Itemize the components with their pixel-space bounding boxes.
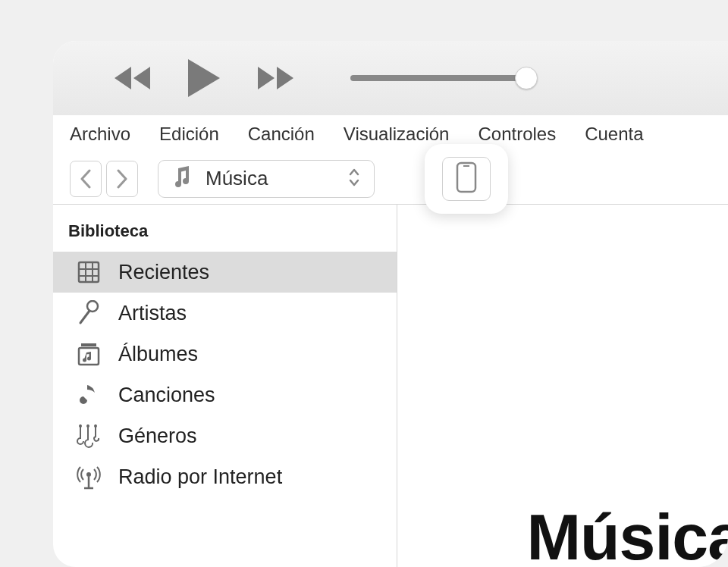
chevron-updown-icon [348, 168, 360, 190]
playback-bar [53, 41, 728, 115]
sidebar-item-generos[interactable]: Géneros [53, 415, 397, 456]
main-area: Música [397, 205, 728, 567]
playback-controls [112, 58, 296, 99]
sidebar-item-canciones[interactable]: Canciones [53, 374, 397, 415]
app-window: Archivo Edición Canción Visualización Co… [53, 41, 728, 567]
volume-thumb[interactable] [515, 67, 538, 89]
sidebar-item-label: Radio por Internet [118, 465, 282, 489]
sidebar-item-label: Canciones [118, 384, 215, 407]
content-row: Biblioteca Recientes Artistas [53, 205, 728, 567]
mic-icon [76, 300, 102, 326]
sidebar-item-label: Recientes [118, 261, 209, 284]
device-button[interactable] [442, 157, 491, 201]
sidebar-item-label: Álbumes [118, 343, 198, 366]
svg-rect-10 [79, 348, 99, 365]
sidebar-item-albumes[interactable]: Álbumes [53, 334, 397, 374]
guitars-icon [76, 423, 102, 449]
svg-line-8 [80, 311, 89, 323]
menu-bar: Archivo Edición Canción Visualización Co… [53, 115, 728, 153]
note-icon [76, 382, 102, 408]
play-button[interactable] [185, 58, 223, 99]
grid-icon [76, 259, 102, 285]
svg-point-12 [86, 424, 89, 428]
svg-point-14 [86, 472, 91, 477]
sidebar: Biblioteca Recientes Artistas [53, 205, 397, 567]
back-button[interactable] [70, 161, 102, 197]
main-heading: Música [526, 500, 728, 567]
source-selector-label: Música [206, 167, 334, 190]
forward-nav-button[interactable] [106, 161, 138, 197]
svg-rect-0 [457, 163, 475, 192]
menu-item-cancion[interactable]: Canción [243, 121, 319, 148]
menu-item-cuenta[interactable]: Cuenta [580, 121, 648, 148]
svg-point-13 [94, 424, 97, 428]
sidebar-header: Biblioteca [53, 217, 397, 252]
volume-slider[interactable] [350, 75, 529, 81]
rewind-button[interactable] [112, 65, 153, 91]
source-selector[interactable]: Música [158, 160, 375, 198]
menu-item-visualizacion[interactable]: Visualización [339, 121, 454, 148]
album-icon [76, 341, 102, 367]
sidebar-item-artistas[interactable]: Artistas [53, 293, 397, 334]
sidebar-item-radio[interactable]: Radio por Internet [53, 456, 397, 497]
sidebar-item-label: Géneros [118, 424, 197, 448]
sidebar-item-label: Artistas [118, 302, 187, 325]
music-note-icon [172, 166, 192, 192]
volume-track[interactable] [350, 75, 529, 81]
menu-item-archivo[interactable]: Archivo [65, 121, 135, 148]
sidebar-item-recientes[interactable]: Recientes [53, 252, 397, 293]
toolbar: Música [53, 153, 728, 205]
antenna-icon [76, 464, 102, 490]
device-popout [425, 144, 508, 214]
svg-rect-9 [81, 343, 96, 346]
forward-button[interactable] [255, 65, 296, 91]
svg-point-11 [79, 424, 82, 428]
menu-item-edicion[interactable]: Edición [155, 121, 224, 148]
phone-icon [456, 161, 477, 196]
svg-rect-2 [79, 262, 99, 282]
